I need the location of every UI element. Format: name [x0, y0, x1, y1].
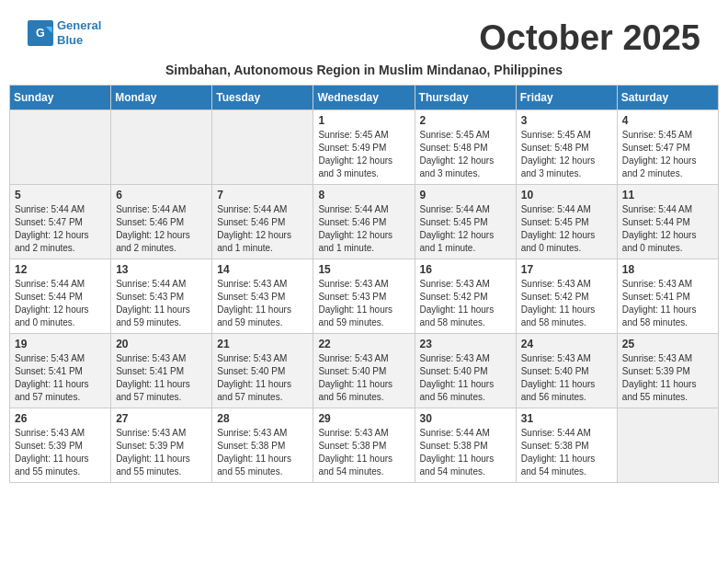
calendar-cell: 10Sunrise: 5:44 AM Sunset: 5:45 PM Dayli…	[516, 185, 617, 259]
day-number: 24	[521, 338, 612, 350]
day-number: 20	[116, 338, 207, 350]
calendar-cell: 24Sunrise: 5:43 AM Sunset: 5:40 PM Dayli…	[516, 334, 617, 408]
calendar-cell: 21Sunrise: 5:43 AM Sunset: 5:40 PM Dayli…	[212, 334, 313, 408]
calendar-table: SundayMondayTuesdayWednesdayThursdayFrid…	[9, 85, 719, 483]
calendar-cell: 28Sunrise: 5:43 AM Sunset: 5:38 PM Dayli…	[212, 408, 313, 483]
calendar-cell: 1Sunrise: 5:45 AM Sunset: 5:49 PM Daylig…	[313, 110, 415, 185]
calendar-cell: 9Sunrise: 5:44 AM Sunset: 5:45 PM Daylig…	[415, 185, 516, 259]
calendar-cell	[10, 110, 111, 185]
day-number: 2	[420, 114, 511, 127]
day-number: 1	[318, 114, 409, 127]
day-number: 10	[521, 189, 612, 201]
logo-text: General Blue	[57, 18, 101, 47]
calendar-cell: 12Sunrise: 5:44 AM Sunset: 5:44 PM Dayli…	[10, 259, 111, 334]
day-number: 31	[521, 412, 612, 425]
calendar-cell: 18Sunrise: 5:43 AM Sunset: 5:41 PM Dayli…	[617, 259, 718, 334]
day-number: 19	[15, 338, 106, 350]
calendar-cell: 27Sunrise: 5:43 AM Sunset: 5:39 PM Dayli…	[111, 408, 212, 483]
day-number: 16	[420, 263, 511, 276]
calendar-cell: 7Sunrise: 5:44 AM Sunset: 5:46 PM Daylig…	[212, 185, 313, 259]
calendar-cell: 11Sunrise: 5:44 AM Sunset: 5:44 PM Dayli…	[617, 185, 718, 259]
calendar-cell: 29Sunrise: 5:43 AM Sunset: 5:38 PM Dayli…	[313, 408, 415, 483]
day-info: Sunrise: 5:43 AM Sunset: 5:40 PM Dayligh…	[420, 352, 511, 404]
logo-line2: Blue	[57, 33, 83, 47]
weekday-header: Wednesday	[313, 86, 415, 110]
day-info: Sunrise: 5:44 AM Sunset: 5:44 PM Dayligh…	[622, 203, 713, 255]
day-info: Sunrise: 5:44 AM Sunset: 5:44 PM Dayligh…	[15, 278, 106, 329]
header: G General Blue October 2025	[9, 9, 719, 63]
day-info: Sunrise: 5:45 AM Sunset: 5:48 PM Dayligh…	[420, 129, 511, 180]
day-info: Sunrise: 5:43 AM Sunset: 5:40 PM Dayligh…	[521, 352, 612, 404]
calendar-cell: 6Sunrise: 5:44 AM Sunset: 5:46 PM Daylig…	[111, 185, 212, 259]
calendar-cell: 13Sunrise: 5:44 AM Sunset: 5:43 PM Dayli…	[111, 259, 212, 334]
day-number: 11	[622, 189, 713, 201]
day-info: Sunrise: 5:44 AM Sunset: 5:45 PM Dayligh…	[420, 203, 511, 255]
calendar-cell	[111, 110, 212, 185]
day-info: Sunrise: 5:44 AM Sunset: 5:38 PM Dayligh…	[521, 427, 612, 478]
day-number: 23	[420, 338, 511, 350]
day-info: Sunrise: 5:44 AM Sunset: 5:47 PM Dayligh…	[15, 203, 106, 255]
day-info: Sunrise: 5:43 AM Sunset: 5:42 PM Dayligh…	[521, 278, 612, 329]
calendar-cell: 31Sunrise: 5:44 AM Sunset: 5:38 PM Dayli…	[516, 408, 617, 483]
calendar-cell	[212, 110, 313, 185]
calendar-cell: 14Sunrise: 5:43 AM Sunset: 5:43 PM Dayli…	[212, 259, 313, 334]
day-info: Sunrise: 5:45 AM Sunset: 5:47 PM Dayligh…	[622, 129, 713, 180]
calendar-week-row: 19Sunrise: 5:43 AM Sunset: 5:41 PM Dayli…	[10, 334, 719, 408]
calendar-week-row: 12Sunrise: 5:44 AM Sunset: 5:44 PM Dayli…	[10, 259, 719, 334]
day-number: 5	[15, 189, 106, 201]
calendar-cell: 20Sunrise: 5:43 AM Sunset: 5:41 PM Dayli…	[111, 334, 212, 408]
day-info: Sunrise: 5:43 AM Sunset: 5:38 PM Dayligh…	[217, 427, 308, 478]
day-info: Sunrise: 5:43 AM Sunset: 5:43 PM Dayligh…	[318, 278, 409, 329]
weekday-header: Saturday	[617, 86, 718, 110]
month-title: October 2025	[479, 18, 700, 58]
day-info: Sunrise: 5:43 AM Sunset: 5:42 PM Dayligh…	[420, 278, 511, 329]
calendar-week-row: 26Sunrise: 5:43 AM Sunset: 5:39 PM Dayli…	[10, 408, 719, 483]
day-number: 14	[217, 263, 308, 276]
day-info: Sunrise: 5:44 AM Sunset: 5:43 PM Dayligh…	[116, 278, 207, 329]
subtitle: Simbahan, Autonomous Region in Muslim Mi…	[9, 63, 719, 77]
day-number: 27	[116, 412, 207, 425]
day-number: 29	[318, 412, 409, 425]
calendar-cell: 23Sunrise: 5:43 AM Sunset: 5:40 PM Dayli…	[415, 334, 516, 408]
day-number: 6	[116, 189, 207, 201]
calendar-header-row: SundayMondayTuesdayWednesdayThursdayFrid…	[10, 86, 719, 110]
logo-icon: G	[28, 20, 53, 46]
svg-text:G: G	[36, 27, 45, 40]
calendar-cell: 17Sunrise: 5:43 AM Sunset: 5:42 PM Dayli…	[516, 259, 617, 334]
day-info: Sunrise: 5:43 AM Sunset: 5:39 PM Dayligh…	[15, 427, 106, 478]
day-number: 21	[217, 338, 308, 350]
weekday-header: Sunday	[10, 86, 111, 110]
day-number: 30	[420, 412, 511, 425]
day-number: 22	[318, 338, 409, 350]
day-info: Sunrise: 5:45 AM Sunset: 5:48 PM Dayligh…	[521, 129, 612, 180]
calendar-cell: 2Sunrise: 5:45 AM Sunset: 5:48 PM Daylig…	[415, 110, 516, 185]
day-number: 13	[116, 263, 207, 276]
calendar-cell: 25Sunrise: 5:43 AM Sunset: 5:39 PM Dayli…	[617, 334, 718, 408]
calendar-week-row: 5Sunrise: 5:44 AM Sunset: 5:47 PM Daylig…	[10, 185, 719, 259]
logo: G General Blue	[28, 18, 101, 47]
day-number: 9	[420, 189, 511, 201]
calendar-cell: 30Sunrise: 5:44 AM Sunset: 5:38 PM Dayli…	[415, 408, 516, 483]
day-number: 28	[217, 412, 308, 425]
weekday-header: Tuesday	[212, 86, 313, 110]
day-number: 26	[15, 412, 106, 425]
calendar-cell: 22Sunrise: 5:43 AM Sunset: 5:40 PM Dayli…	[313, 334, 415, 408]
calendar-cell: 5Sunrise: 5:44 AM Sunset: 5:47 PM Daylig…	[10, 185, 111, 259]
calendar-cell: 19Sunrise: 5:43 AM Sunset: 5:41 PM Dayli…	[10, 334, 111, 408]
day-number: 3	[521, 114, 612, 127]
day-info: Sunrise: 5:44 AM Sunset: 5:45 PM Dayligh…	[521, 203, 612, 255]
day-number: 15	[318, 263, 409, 276]
logo-line1: General	[57, 18, 101, 32]
weekday-header: Thursday	[415, 86, 516, 110]
calendar-cell: 4Sunrise: 5:45 AM Sunset: 5:47 PM Daylig…	[617, 110, 718, 185]
day-number: 25	[622, 338, 713, 350]
calendar-cell: 8Sunrise: 5:44 AM Sunset: 5:46 PM Daylig…	[313, 185, 415, 259]
day-info: Sunrise: 5:43 AM Sunset: 5:41 PM Dayligh…	[622, 278, 713, 329]
weekday-header: Monday	[111, 86, 212, 110]
calendar-cell: 3Sunrise: 5:45 AM Sunset: 5:48 PM Daylig…	[516, 110, 617, 185]
day-number: 17	[521, 263, 612, 276]
calendar-cell: 16Sunrise: 5:43 AM Sunset: 5:42 PM Dayli…	[415, 259, 516, 334]
day-info: Sunrise: 5:43 AM Sunset: 5:39 PM Dayligh…	[622, 352, 713, 404]
day-info: Sunrise: 5:43 AM Sunset: 5:38 PM Dayligh…	[318, 427, 409, 478]
day-info: Sunrise: 5:45 AM Sunset: 5:49 PM Dayligh…	[318, 129, 409, 180]
